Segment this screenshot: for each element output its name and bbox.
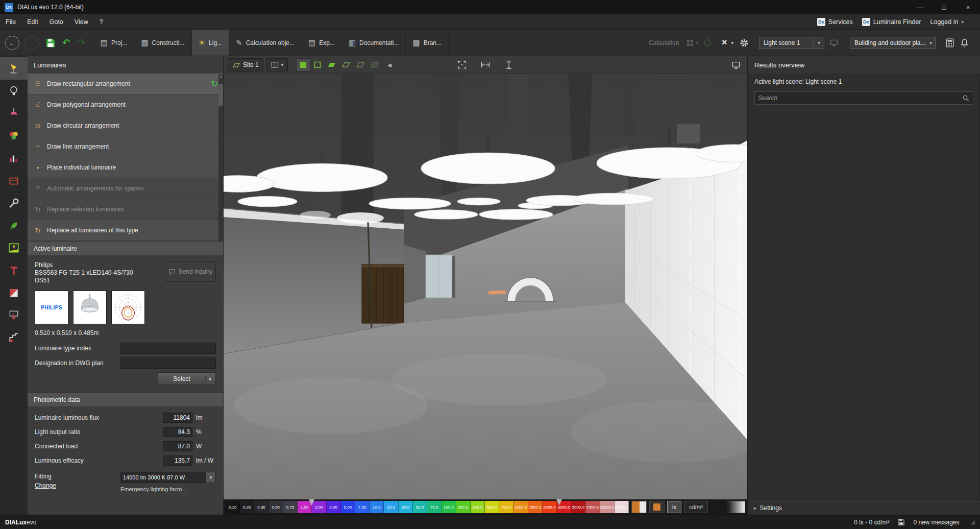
redo-button[interactable]: ↷ bbox=[77, 37, 85, 49]
scene-monitor-icon[interactable] bbox=[829, 39, 839, 47]
save-state-icon[interactable] bbox=[897, 518, 905, 526]
measure-height-button[interactable] bbox=[502, 58, 516, 71]
light-scene-select[interactable]: Light scene 1 bbox=[759, 37, 814, 49]
dwg-designation-input[interactable] bbox=[120, 357, 216, 369]
ceiling-luminaire[interactable] bbox=[238, 196, 297, 206]
resize-grip-icon[interactable]: ◢ bbox=[971, 519, 975, 525]
display-output-button[interactable] bbox=[729, 58, 743, 71]
import-export-tool-button[interactable] bbox=[0, 304, 28, 327]
calculation-button[interactable]: Calculation bbox=[649, 39, 679, 46]
menu-item[interactable]: ? bbox=[94, 14, 109, 29]
furniture-tool-button[interactable] bbox=[0, 170, 28, 192]
polar-diagram-thumbnail[interactable] bbox=[111, 291, 145, 324]
lamps-tool-button[interactable] bbox=[0, 80, 28, 102]
view-plan-button[interactable] bbox=[310, 58, 325, 71]
ceiling-luminaire[interactable] bbox=[421, 153, 555, 184]
view-layout-dropdown[interactable]: ▾ bbox=[266, 58, 288, 71]
pendant-luminaire-tool-button[interactable] bbox=[0, 102, 28, 125]
luminaire-photo-thumbnail[interactable] bbox=[73, 291, 107, 324]
brand-logo-thumbnail[interactable]: PHILIPS bbox=[35, 291, 68, 324]
room-lighting-tool-button[interactable] bbox=[0, 237, 28, 259]
text-tool-button[interactable] bbox=[0, 259, 28, 282]
left-panel-scrollbar[interactable]: ▴ bbox=[218, 75, 223, 241]
cancel-button[interactable]: × bbox=[722, 37, 727, 48]
select-luminaire-button[interactable]: Select ▸ bbox=[158, 372, 216, 385]
mode-tab[interactable]: ▩ Bran... bbox=[406, 30, 449, 56]
arrangement-tool-item[interactable]: ⠿ Draw rectangular arrangement ↻ bbox=[28, 74, 223, 94]
services-link[interactable]: Services bbox=[828, 18, 853, 26]
luminaires-tool-button[interactable] bbox=[0, 57, 28, 80]
save-button[interactable] bbox=[45, 38, 56, 48]
luminance-unit-button[interactable]: cd/m² bbox=[684, 501, 708, 513]
photometric-value[interactable]: 135.7 bbox=[163, 455, 192, 466]
back-button[interactable]: ← bbox=[5, 36, 19, 50]
logged-in-dropdown[interactable]: Logged in ▾ bbox=[930, 18, 964, 26]
colours-tool-button[interactable] bbox=[0, 125, 28, 147]
arrangement-tool-item[interactable]: ▪ Place individual luminaire ↻ bbox=[28, 157, 223, 178]
maximize-button[interactable]: □ bbox=[932, 0, 956, 14]
start-calculation-icon[interactable] bbox=[703, 39, 712, 47]
arrangement-tool-item[interactable]: ↻ Replace all luminaires of this type ↻ bbox=[28, 220, 223, 241]
tools-button[interactable] bbox=[0, 192, 28, 214]
settings-button[interactable] bbox=[740, 38, 749, 47]
arrangement-tool-item[interactable]: ⠛ Automatic arrangements for spaces ↻ bbox=[28, 178, 223, 199]
search-icon[interactable] bbox=[962, 94, 970, 102]
colour-display-toggle[interactable] bbox=[649, 501, 665, 513]
energy-tool-button[interactable] bbox=[0, 214, 28, 237]
ceiling-luminaire[interactable] bbox=[257, 164, 387, 192]
fitting-change-link[interactable]: Change bbox=[35, 481, 120, 490]
orange-object[interactable] bbox=[488, 291, 506, 295]
photometric-value[interactable]: 87.0 bbox=[163, 441, 192, 451]
forward-button[interactable]: → bbox=[24, 36, 39, 50]
lux-unit-button[interactable]: lx bbox=[667, 501, 681, 513]
type-index-input[interactable] bbox=[120, 343, 216, 354]
fitting-dropdown[interactable]: 14000 lm 3000 K 87.0 W ▾ bbox=[120, 472, 216, 483]
menu-item[interactable]: Goto bbox=[44, 14, 69, 29]
ceiling-luminaire[interactable] bbox=[573, 193, 653, 204]
scrollbar-thumb[interactable] bbox=[218, 84, 223, 106]
ceiling-luminaire[interactable] bbox=[479, 209, 553, 220]
results-scrollbar[interactable] bbox=[976, 74, 980, 501]
mode-tab[interactable]: ▤ Proj... bbox=[93, 30, 135, 56]
arrangement-tool-item[interactable]: ⠒ Draw line arrangement ↻ bbox=[28, 136, 223, 157]
luminaire-finder-link[interactable]: Luminaire Finder bbox=[873, 18, 921, 26]
arrangement-tool-item[interactable]: ⊙ Draw circular arrangement ↻ bbox=[28, 115, 223, 136]
mode-tab[interactable]: ▦ Constructi... bbox=[134, 30, 191, 56]
mode-tab[interactable]: ✎ Calculation obje... bbox=[229, 30, 302, 56]
refresh-icon[interactable]: ↻ bbox=[211, 79, 218, 89]
menu-item[interactable]: File bbox=[0, 14, 21, 29]
site-button[interactable]: Site 1 bbox=[228, 58, 263, 71]
photometric-value[interactable]: 11804 bbox=[163, 413, 192, 423]
view-side-button[interactable] bbox=[339, 58, 353, 71]
notifications-button[interactable] bbox=[960, 38, 969, 47]
arrangement-tool-item[interactable]: ⠮ Draw polygonal arrangement ↻ bbox=[28, 94, 223, 115]
calculator-button[interactable] bbox=[945, 38, 955, 47]
light-scene-dropdown-button[interactable]: ▾ bbox=[814, 37, 824, 49]
messages-count[interactable]: 0 new messages bbox=[913, 519, 959, 526]
send-inquiry-button[interactable]: Send inquiry bbox=[165, 261, 216, 282]
minimize-button[interactable]: — bbox=[908, 0, 932, 14]
scroll-up-icon[interactable]: ▴ bbox=[218, 75, 223, 79]
undo-button[interactable]: ↶ bbox=[62, 37, 70, 49]
cancel-options-dropdown[interactable]: ▾ bbox=[731, 40, 733, 45]
measure-width-button[interactable] bbox=[478, 58, 493, 71]
calculation-options-dropdown[interactable]: ▾ bbox=[686, 39, 698, 47]
ceiling-luminaire[interactable] bbox=[369, 198, 451, 209]
view-perspective-button[interactable] bbox=[325, 58, 339, 71]
search-input[interactable] bbox=[758, 94, 962, 102]
ceiling-luminaire[interactable] bbox=[457, 198, 500, 205]
mode-tab[interactable]: ▥ Documentati... bbox=[342, 30, 406, 56]
view-section-button[interactable] bbox=[368, 58, 382, 71]
surface-colour-toggle[interactable] bbox=[631, 501, 647, 513]
3d-scene-canvas[interactable] bbox=[224, 74, 747, 499]
structure-tool-button[interactable] bbox=[0, 327, 28, 349]
arrangement-tool-item[interactable]: ↻ Replace selected luminaires ↻ bbox=[28, 199, 223, 220]
menu-item[interactable]: Edit bbox=[21, 14, 44, 29]
close-button[interactable]: × bbox=[956, 0, 980, 14]
building-selector[interactable]: Building and outdoor pla... ▾ bbox=[850, 37, 936, 49]
view-3d-button[interactable] bbox=[296, 58, 310, 71]
collapse-toolbar-button[interactable]: ◀ bbox=[385, 58, 394, 71]
ceiling-luminaire[interactable] bbox=[414, 210, 478, 219]
mode-tab[interactable]: ▤ Exp... bbox=[302, 30, 342, 56]
view-front-button[interactable] bbox=[353, 58, 368, 71]
